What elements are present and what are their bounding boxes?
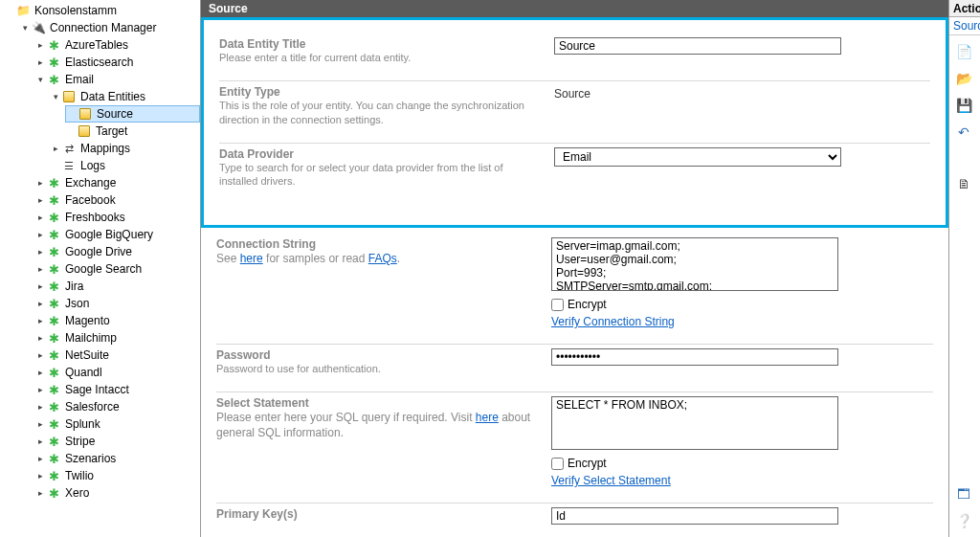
- puzzle-icon: ✱: [46, 313, 61, 328]
- connector-sage-intacct[interactable]: ▸✱Sage Intacct: [34, 381, 200, 398]
- connector-jira[interactable]: ▸✱Jira: [34, 278, 200, 295]
- data-provider-select[interactable]: Email: [554, 147, 841, 167]
- puzzle-icon: ✱: [46, 382, 61, 397]
- select-input[interactable]: SELECT * FROM INBOX;: [551, 396, 838, 450]
- connector-label: Mailchimp: [63, 331, 119, 345]
- tree-root[interactable]: 📁 Konsolenstamm: [4, 2, 200, 19]
- conn-string-input[interactable]: Server=imap.gmail.com; User=user@gmail.c…: [551, 237, 838, 291]
- expand-icon[interactable]: ▸: [34, 454, 46, 463]
- expand-icon[interactable]: ▸: [34, 264, 46, 274]
- help-icon[interactable]: ❔: [955, 512, 972, 529]
- entity-title-desc: Please enter a title for current data en…: [219, 51, 539, 65]
- entity-type-label: Entity Type: [219, 85, 539, 99]
- connector-xero[interactable]: ▸✱Xero: [34, 484, 200, 502]
- navigation-tree: 📁 Konsolenstamm ▾ 🔌 Connection Manager ▸…: [0, 0, 201, 537]
- pk-input[interactable]: [551, 507, 838, 525]
- connector-google-search[interactable]: ▸✱Google Search: [34, 260, 200, 278]
- connector-freshbooks[interactable]: ▸✱Freshbooks: [34, 209, 200, 226]
- expand-icon[interactable]: ▸: [34, 299, 46, 308]
- connector-twilio[interactable]: ▸✱Twilio: [34, 467, 200, 484]
- conn-string-faq-link[interactable]: FAQs: [368, 252, 397, 265]
- puzzle-icon: ✱: [46, 365, 61, 380]
- expand-icon[interactable]: ▸: [34, 213, 46, 222]
- puzzle-icon: ✱: [46, 434, 61, 449]
- save-icon[interactable]: 💾: [955, 97, 972, 114]
- expand-icon[interactable]: ▸: [34, 471, 46, 481]
- connector-salesforce[interactable]: ▸✱Salesforce: [34, 398, 200, 415]
- entity-title-input[interactable]: [554, 37, 841, 55]
- open-icon[interactable]: 📂: [955, 70, 972, 87]
- connector-mailchimp[interactable]: ▸✱Mailchimp: [34, 329, 200, 347]
- puzzle-icon: ✱: [46, 279, 61, 294]
- expand-icon[interactable]: ▸: [50, 144, 61, 153]
- conn-string-desc: See here for samples or read FAQs.: [216, 251, 536, 266]
- connector-label: Exchange: [63, 176, 118, 190]
- window-icon[interactable]: 🗔: [955, 485, 972, 503]
- password-input[interactable]: [551, 348, 838, 366]
- connector-magento[interactable]: ▸✱Magento: [34, 312, 200, 329]
- connector-facebook[interactable]: ▸✱Facebook: [34, 191, 200, 209]
- new-icon[interactable]: 📄: [955, 43, 972, 60]
- password-desc: Password to use for authentication.: [216, 362, 536, 376]
- select-encrypt-checkbox[interactable]: [551, 458, 564, 470]
- expand-icon[interactable]: ▸: [34, 247, 46, 257]
- connector-label: Quandl: [63, 366, 104, 379]
- select-help-link[interactable]: here: [476, 411, 499, 424]
- actions-tab[interactable]: Source: [949, 17, 980, 35]
- connector-json[interactable]: ▸✱Json: [34, 295, 200, 312]
- connector-label: Google Drive: [63, 245, 134, 258]
- puzzle-icon: ✱: [46, 261, 61, 277]
- connector-label: Stripe: [63, 435, 97, 448]
- expand-icon[interactable]: ▸: [34, 488, 46, 498]
- connector-azuretables[interactable]: ▸✱AzureTables: [34, 36, 200, 54]
- expand-icon[interactable]: ▸: [34, 57, 46, 67]
- expand-icon[interactable]: ▸: [34, 40, 46, 50]
- connector-szenarios[interactable]: ▸✱Szenarios: [34, 450, 200, 467]
- expand-icon[interactable]: ▸: [34, 402, 46, 412]
- logs-icon: [61, 158, 77, 173]
- data-entities[interactable]: ▾Data Entities: [50, 88, 200, 105]
- expand-icon[interactable]: ▸: [34, 281, 46, 291]
- connector-elasticsearch[interactable]: ▸✱Elasticsearch: [34, 54, 200, 71]
- connector-quandl[interactable]: ▸✱Quandl: [34, 364, 200, 381]
- conn-encrypt-label: Encrypt: [568, 298, 607, 311]
- expand-icon[interactable]: ▸: [34, 316, 46, 325]
- expand-icon[interactable]: ▸: [34, 385, 46, 394]
- expand-icon[interactable]: ▾: [34, 75, 46, 84]
- connector-exchange[interactable]: ▸✱Exchange: [34, 174, 200, 191]
- entity-source[interactable]: Source: [65, 105, 200, 123]
- expand-icon[interactable]: ▸: [34, 230, 46, 239]
- expand-icon[interactable]: ▸: [34, 178, 46, 188]
- expand-icon[interactable]: ▸: [34, 350, 46, 360]
- expand-icon[interactable]: ▸: [34, 419, 46, 429]
- entity-target[interactable]: Target: [65, 123, 200, 140]
- verify-select-link[interactable]: Verify Select Statement: [551, 474, 671, 487]
- data-provider-desc: Type to search for or select your data p…: [219, 161, 539, 190]
- expand-icon[interactable]: ▸: [34, 195, 46, 205]
- collapse-icon[interactable]: ▾: [50, 92, 61, 101]
- connection-manager[interactable]: ▾ 🔌 Connection Manager: [19, 19, 200, 36]
- export-icon[interactable]: 🗎: [955, 175, 972, 192]
- puzzle-icon: ✱: [46, 296, 61, 311]
- select-label: Select Statement: [216, 396, 536, 410]
- connector-stripe[interactable]: ▸✱Stripe: [34, 433, 200, 450]
- puzzle-icon: ✱: [46, 244, 61, 259]
- puzzle-icon: ✱: [46, 192, 61, 208]
- undo-icon[interactable]: ↶: [955, 123, 972, 141]
- folder-icon: [61, 89, 77, 104]
- connector-email[interactable]: ▾✱Email: [34, 71, 200, 88]
- collapse-icon[interactable]: ▾: [19, 23, 31, 33]
- expand-icon[interactable]: ▸: [34, 333, 46, 343]
- logs[interactable]: Logs: [50, 157, 200, 174]
- connector-splunk[interactable]: ▸✱Splunk: [34, 415, 200, 433]
- verify-conn-link[interactable]: Verify Connection String: [551, 315, 675, 328]
- connector-label: Google BigQuery: [63, 228, 155, 241]
- expand-icon[interactable]: ▸: [34, 368, 46, 377]
- conn-encrypt-checkbox[interactable]: [551, 299, 564, 311]
- expand-icon[interactable]: ▸: [34, 436, 46, 446]
- connector-google-drive[interactable]: ▸✱Google Drive: [34, 243, 200, 260]
- connector-google-bigquery[interactable]: ▸✱Google BigQuery: [34, 226, 200, 243]
- connector-netsuite[interactable]: ▸✱NetSuite: [34, 347, 200, 364]
- conn-string-help-link[interactable]: here: [240, 252, 263, 265]
- mappings[interactable]: ▸Mappings: [50, 140, 200, 157]
